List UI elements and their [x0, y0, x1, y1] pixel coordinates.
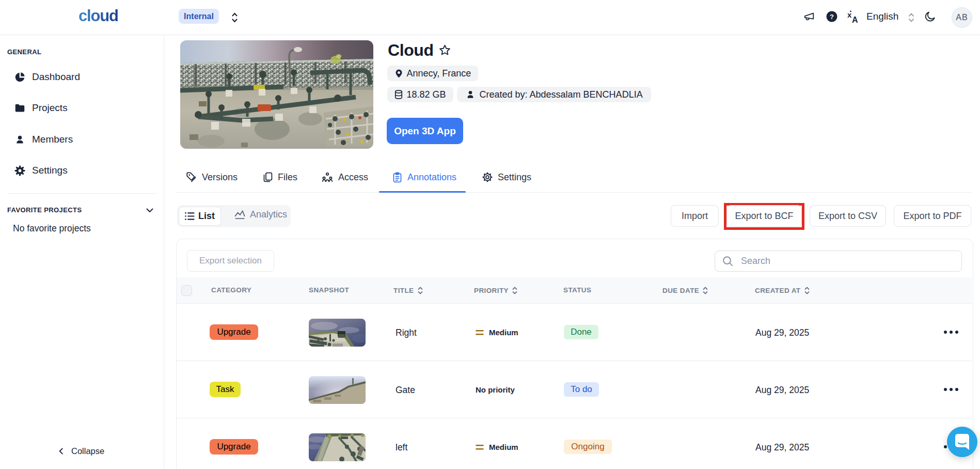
svg-text:x: x: [847, 10, 852, 19]
svg-text:?: ?: [830, 13, 834, 21]
svg-text:A: A: [852, 15, 858, 23]
